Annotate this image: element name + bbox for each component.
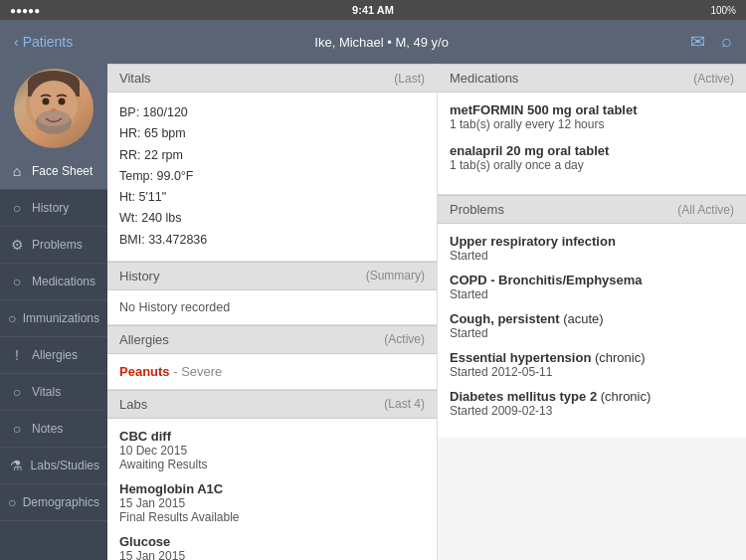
problem-item: COPD - Bronchitis/EmphysemaStarted xyxy=(450,273,734,301)
sidebar-item-labs[interactable]: ⚗Labs/Studies xyxy=(0,448,107,484)
sidebar-label-history: History xyxy=(32,201,69,215)
vitals-content: BP: 180/120 HR: 65 bpm RR: 22 rpm Temp: … xyxy=(107,93,437,262)
problems-title: Problems xyxy=(450,202,504,217)
sidebar-item-immunizations[interactable]: ○Immunizations xyxy=(0,300,107,337)
meds-sub: (Active) xyxy=(693,72,734,86)
sidebar-label-problems: Problems xyxy=(32,238,83,252)
problems-header: Problems (All Active) xyxy=(438,195,746,224)
lab-item: Hemoglobin A1C15 Jan 2015Final Results A… xyxy=(119,481,425,524)
nav-icons: ✉ ⌕ xyxy=(690,31,732,53)
immunizations-icon: ○ xyxy=(8,310,17,326)
svg-point-6 xyxy=(43,98,50,105)
sidebar: ⌂Face Sheet○History⚙Problems○Medications… xyxy=(0,64,107,560)
email-icon[interactable]: ✉ xyxy=(690,31,705,53)
labs-sub: (Last 4) xyxy=(384,397,425,411)
meds-title: Medications xyxy=(450,71,518,86)
sidebar-item-notes[interactable]: ○Notes xyxy=(0,411,107,448)
allergies-header: Allergies (Active) xyxy=(107,325,437,354)
battery-icon: 100% xyxy=(710,5,736,16)
face-sheet-icon: ⌂ xyxy=(8,163,26,179)
lab-name: Hemoglobin A1C xyxy=(119,481,425,496)
svg-point-7 xyxy=(59,98,66,105)
lab-item: Glucose15 Jan 2015 xyxy=(119,534,425,560)
right-panel: Medications (Active) metFORMIN 500 mg or… xyxy=(438,64,746,560)
avatar-container xyxy=(0,64,107,153)
labs-icon: ⚗ xyxy=(8,458,25,473)
wt-value: Wt: 240 lbs xyxy=(119,208,425,229)
sidebar-item-problems[interactable]: ⚙Problems xyxy=(0,227,107,264)
allergy-name: Peanuts xyxy=(119,364,170,379)
lab-status: Awaiting Results xyxy=(119,458,425,471)
allergies-title: Allergies xyxy=(119,332,169,347)
problem-name: COPD - Bronchitis/Emphysema xyxy=(450,273,734,287)
left-panel: Vitals (Last) BP: 180/120 HR: 65 bpm RR:… xyxy=(107,64,438,560)
lab-status: Final Results Available xyxy=(119,510,425,524)
svg-point-8 xyxy=(51,108,57,112)
labs-title: Labs xyxy=(119,397,147,412)
patient-name: Ike, Michael xyxy=(314,35,383,50)
history-sub: (Summary) xyxy=(366,269,425,282)
med-detail: 1 tab(s) orally once a day xyxy=(450,158,734,172)
lab-date: 15 Jan 2015 xyxy=(119,496,425,510)
svg-point-5 xyxy=(38,110,70,126)
back-button[interactable]: ‹ Patients xyxy=(14,34,73,50)
status-bar: ●●●●● 9:41 AM 100% xyxy=(0,0,746,20)
history-title: History xyxy=(119,269,159,283)
search-icon[interactable]: ⌕ xyxy=(721,31,732,53)
lab-date: 10 Dec 2015 xyxy=(119,444,425,458)
patient-subtitle: M, 49 y/o xyxy=(395,35,448,50)
sidebar-item-vitals[interactable]: ○Vitals xyxy=(0,374,107,411)
demographics-icon: ○ xyxy=(8,494,17,510)
vitals-icon: ○ xyxy=(8,384,26,400)
vitals-sub: (Last) xyxy=(394,72,425,86)
labs-header: Labs (Last 4) xyxy=(107,390,437,419)
avatar xyxy=(14,69,93,148)
sidebar-label-notes: Notes xyxy=(32,422,63,436)
problem-status: Started xyxy=(450,326,734,340)
sidebar-label-labs: Labs/Studies xyxy=(31,459,99,472)
problem-item: Cough, persistent (acute)Started xyxy=(450,311,734,340)
allergy-severity: - Severe xyxy=(170,364,223,379)
labs-content: CBC diff10 Dec 2015Awaiting ResultsHemog… xyxy=(107,419,437,560)
sidebar-label-demographics: Demographics xyxy=(23,495,99,509)
sidebar-item-allergies[interactable]: !Allergies xyxy=(0,337,107,374)
medications-icon: ○ xyxy=(8,274,26,289)
problem-item: Diabetes mellitus type 2 (chronic)Starte… xyxy=(450,389,734,418)
lab-date: 15 Jan 2015 xyxy=(119,549,425,560)
content-area: Vitals (Last) BP: 180/120 HR: 65 bpm RR:… xyxy=(107,64,746,560)
allergy-item: Peanuts - Severe xyxy=(119,364,425,379)
ht-value: Ht: 5'11" xyxy=(119,187,425,208)
problem-name: Cough, persistent (acute) xyxy=(450,311,734,326)
allergies-icon: ! xyxy=(8,347,26,363)
problem-item: Essential hypertension (chronic)Started … xyxy=(450,350,734,379)
sidebar-item-history[interactable]: ○History xyxy=(0,190,107,227)
sidebar-label-allergies: Allergies xyxy=(32,348,78,362)
sidebar-label-medications: Medications xyxy=(32,275,95,288)
meds-content: metFORMIN 500 mg oral tablet1 tab(s) ora… xyxy=(438,93,746,195)
problem-status: Started xyxy=(450,287,734,301)
problem-name: Upper respiratory infection xyxy=(450,234,734,249)
rr-value: RR: 22 rpm xyxy=(119,145,425,166)
problem-name: Diabetes mellitus type 2 (chronic) xyxy=(450,389,734,404)
problem-status: Started 2012-05-11 xyxy=(450,365,734,379)
problems-sub: (All Active) xyxy=(677,203,734,217)
sidebar-label-face-sheet: Face Sheet xyxy=(32,164,93,178)
meds-header: Medications (Active) xyxy=(438,64,746,93)
sidebar-item-medications[interactable]: ○Medications xyxy=(0,264,107,300)
hr-value: HR: 65 bpm xyxy=(119,123,425,144)
problems-icon: ⚙ xyxy=(8,237,26,253)
no-history-text: No History recorded xyxy=(119,300,230,314)
sidebar-item-demographics[interactable]: ○Demographics xyxy=(0,484,107,521)
history-content: No History recorded xyxy=(107,290,437,325)
vitals-title: Vitals xyxy=(119,71,151,86)
problem-name: Essential hypertension (chronic) xyxy=(450,350,734,365)
main-layout: ⌂Face Sheet○History⚙Problems○Medications… xyxy=(0,64,746,560)
vitals-header: Vitals (Last) xyxy=(107,64,437,93)
sidebar-item-face-sheet[interactable]: ⌂Face Sheet xyxy=(0,153,107,190)
status-left: ●●●●● xyxy=(10,5,90,16)
med-detail: 1 tab(s) orally every 12 hours xyxy=(450,117,734,131)
problem-item: Upper respiratory infectionStarted xyxy=(450,234,734,263)
problems-content: Upper respiratory infectionStartedCOPD -… xyxy=(438,224,746,438)
nav-title-area: Ike, Michael • M, 49 y/o xyxy=(314,35,449,50)
med-item: metFORMIN 500 mg oral tablet1 tab(s) ora… xyxy=(450,102,734,131)
